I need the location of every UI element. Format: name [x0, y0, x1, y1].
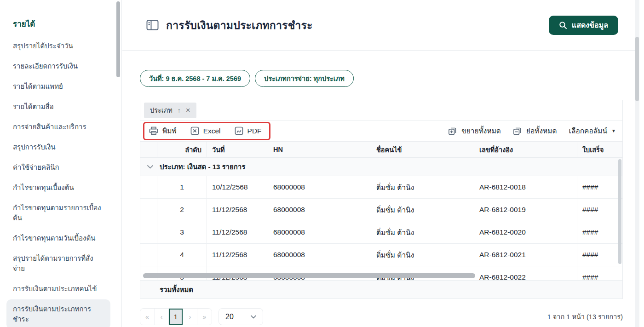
prev-page-button[interactable]: ‹ — [155, 309, 169, 325]
page-header: การรับเงินตามประเภทการชำระ แสดงข้อมูล — [122, 0, 639, 51]
collapse-all-icon — [513, 126, 522, 135]
main-area: การรับเงินตามประเภทการชำระ แสดงข้อมูล วั… — [122, 0, 639, 327]
cell-index: 4 — [157, 244, 207, 266]
cell-index: 2 — [157, 199, 207, 221]
table-header-row: ลำดับ วันที่ HN ชื่อคนไข้ เลขที่อ้างอิง … — [140, 142, 622, 158]
last-page-button[interactable]: » — [197, 309, 212, 325]
cell-patient-name: ติ่มซั่ม ต้านิง — [371, 221, 474, 243]
summary-row: รวมทั้งหมด — [140, 280, 622, 298]
excel-export-icon — [190, 126, 199, 135]
page-size-select[interactable]: 20 — [218, 308, 263, 325]
pdf-export-icon — [235, 126, 243, 135]
sidebar-item-profit-loss-by-day[interactable]: กำไรขาดทุนตามวันเบื้องต้น — [6, 229, 110, 248]
data-grid: ประเภท ↑ × — [140, 100, 623, 299]
sidebar-item-payments-by-patient-type[interactable]: การรับเงินตามประเภทคนไข้ — [6, 279, 110, 298]
table-row[interactable]: 4 11/12/2568 68000008 ติ่มซั่ม ต้านิง AR… — [140, 244, 622, 266]
chevron-down-icon — [251, 315, 256, 319]
collapse-all-button[interactable]: ย่อทั้งหมด — [513, 125, 557, 137]
search-icon — [559, 21, 567, 29]
cell-hn: 68000008 — [268, 199, 371, 221]
table-row[interactable]: 2 11/12/2568 68000008 ติ่มซั่ม ต้านิง AR… — [140, 199, 622, 221]
sidebar-item-income-by-doctor[interactable]: รายได้ตามแพทย์ — [6, 77, 110, 96]
cell-reference-no: AR-6812-0022 — [474, 266, 577, 280]
sidebar-item-income-by-media[interactable]: รายได้ตามสื่อ — [6, 97, 110, 116]
page-title: การรับเงินตามประเภทการชำระ — [166, 17, 313, 34]
sidebar-item-basic-profit-loss[interactable]: กำไรขาดทุนเบื้องต้น — [6, 178, 110, 197]
sidebar-section-income: รายได้ — [6, 14, 110, 34]
sidebar-item-payment-received-details[interactable]: รายละเอียดการรับเงิน — [6, 57, 110, 76]
group-row-cash: ประเภท: เงินสด - 13 รายการ — [140, 158, 622, 176]
group-row-label: ประเภท: เงินสด - 13 รายการ — [160, 161, 245, 172]
group-by-tag[interactable]: ประเภท ↑ × — [144, 103, 196, 118]
printer-icon — [149, 126, 158, 135]
group-panel: ประเภท ↑ × — [140, 100, 622, 120]
export-excel-button-label: Excel — [203, 127, 221, 135]
page-scrollbar-thumb[interactable] — [635, 37, 639, 101]
cell-patient-name: ติ่มซั่ม ต้านิง — [371, 176, 474, 198]
caret-down-icon: ▼ — [611, 128, 616, 133]
grid-toolbar: พิมพ์ Excel — [140, 120, 622, 142]
print-button-label: พิมพ์ — [162, 125, 177, 137]
sidebar-item-profit-loss-by-item[interactable]: กำไรขาดทุนตามรายการเบื้องต้น — [6, 198, 110, 228]
sidebar-scrollbar-thumb[interactable] — [116, 1, 120, 77]
column-header-index[interactable]: ลำดับ — [157, 142, 207, 157]
cell-index: 3 — [157, 221, 207, 243]
column-header-patient-name[interactable]: ชื่อคนไข้ — [371, 142, 474, 157]
expand-all-button-label: ขยายทั้งหมด — [461, 125, 501, 137]
cell-reference-no: AR-6812-0020 — [474, 221, 577, 243]
sidebar-item-daily-income-summary[interactable]: สรุปรายได้ประจำวัน — [6, 36, 110, 56]
cell-index: 1 — [157, 176, 207, 198]
export-buttons-annotation-box: พิมพ์ Excel — [143, 122, 270, 140]
expand-column-header — [140, 142, 157, 157]
show-data-button[interactable]: แสดงข้อมูล — [549, 16, 618, 35]
export-pdf-button[interactable]: PDF — [235, 126, 262, 135]
next-page-button[interactable]: › — [183, 309, 197, 325]
report-layout-icon — [146, 20, 159, 30]
page-size-value: 20 — [225, 313, 234, 321]
sidebar: รายได้ สรุปรายได้ประจำวัน รายละเอียดการร… — [0, 0, 122, 327]
first-page-button[interactable]: « — [140, 309, 155, 325]
current-page-button[interactable]: 1 — [169, 309, 183, 325]
cell-date: 11/12/2568 — [207, 244, 268, 266]
cell-patient-name: ติ่มซั่ม ต้านิง — [371, 244, 474, 266]
sort-ascending-icon: ↑ — [178, 107, 181, 114]
date-range-chip[interactable]: วันที่: 9 ธ.ค. 2568 - 7 ม.ค. 2569 — [140, 70, 250, 87]
column-header-hn[interactable]: HN — [268, 142, 371, 157]
table-row[interactable]: 1 10/12/2568 68000008 ติ่มซั่ม ต้านิง AR… — [140, 176, 622, 199]
sidebar-item-payment-summary[interactable]: สรุปการรับเงิน — [6, 138, 110, 157]
sidebar-item-clinic-expenses[interactable]: ค่าใช้จ่ายคลินิก — [6, 158, 110, 177]
choose-columns-button[interactable]: เลือกคอลัมน์ ▼ — [569, 125, 616, 137]
cell-hn: 68000008 — [268, 221, 371, 243]
export-pdf-button-label: PDF — [247, 127, 262, 135]
collapse-all-button-label: ย่อทั้งหมด — [526, 125, 557, 137]
remove-group-icon[interactable]: × — [186, 106, 190, 114]
pager: « ‹ 1 › » — [140, 308, 212, 325]
grid-view-controls: ขยายทั้งหมด ย่อทั้งหมด เล — [448, 125, 616, 137]
cell-reference-no: AR-6812-0018 — [474, 176, 577, 198]
column-header-receipt[interactable]: ใบเสร็จ — [577, 142, 622, 157]
table-vertical-scrollbar-thumb[interactable] — [618, 159, 621, 264]
cell-hn: 68000008 — [268, 244, 371, 266]
summary-label: รวมทั้งหมด — [160, 284, 193, 295]
sidebar-item-payments-by-payment-type[interactable]: การรับเงินตามประเภทการชำระ — [6, 299, 110, 327]
print-button[interactable]: พิมพ์ — [149, 125, 177, 137]
sidebar-item-goods-services-dispense[interactable]: การจ่ายสินค้าและบริการ — [6, 117, 110, 137]
export-excel-button[interactable]: Excel — [190, 126, 221, 135]
expand-all-icon — [448, 126, 457, 135]
page-info: 1 จาก 1 หน้า (13 รายการ) — [547, 311, 623, 322]
cell-date: 11/12/2568 — [207, 199, 268, 221]
horizontal-scrollbar-thumb[interactable] — [143, 273, 475, 278]
cell-patient-name: ติ่มซั่ม ต้านิง — [371, 199, 474, 221]
page-scrollbar[interactable] — [635, 0, 639, 327]
cell-receipt: #### — [577, 266, 622, 280]
choose-columns-button-label: เลือกคอลัมน์ — [569, 125, 607, 137]
column-header-reference-no[interactable]: เลขที่อ้างอิง — [474, 142, 577, 157]
show-data-button-label: แสดงข้อมูล — [572, 19, 608, 31]
sidebar-item-income-by-prescribed-items[interactable]: สรุปรายได้ตามรายการที่สั่งจ่าย — [6, 249, 110, 278]
payment-type-chip[interactable]: ประเภทการจ่าย: ทุกประเภท — [255, 70, 354, 87]
table-row[interactable]: 3 11/12/2568 68000008 ติ่มซั่ม ต้านิง AR… — [140, 221, 622, 244]
filter-chips: วันที่: 9 ธ.ค. 2568 - 7 ม.ค. 2569 ประเภท… — [140, 70, 639, 87]
chevron-down-icon[interactable] — [140, 165, 160, 169]
column-header-date[interactable]: วันที่ — [207, 142, 268, 157]
expand-all-button[interactable]: ขยายทั้งหมด — [448, 125, 501, 137]
